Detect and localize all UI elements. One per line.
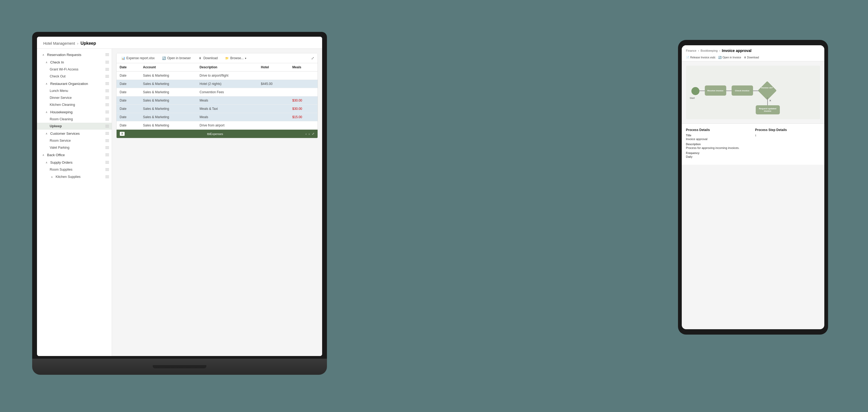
sidebar-item-room-supplies[interactable]: Room Supplies (37, 166, 112, 173)
sidebar-item-upkeep[interactable]: Upkeep (37, 123, 112, 130)
nav-prev-icon[interactable]: ‹ (306, 132, 307, 135)
release-invoice-btn[interactable]: 📄 Release Invoice.vsdc (686, 56, 716, 59)
sidebar-item-check-in[interactable]: ∧ Check In (37, 58, 112, 66)
flow-arrow-2 (726, 91, 732, 91)
sidebar-item-kitchen-cleaning[interactable]: Kitchen Cleaning (37, 101, 112, 108)
sidebar-item-check-out[interactable]: Check Out (37, 73, 112, 80)
sidebar-item-lunch-menu[interactable]: Lunch Menu (37, 87, 112, 94)
check-invoice-label: Check invoice (735, 90, 749, 92)
table-row: Date Sales & Marketing Hotel (2 nights) … (117, 80, 317, 88)
sidebar-item-reservation-requests[interactable]: ∧ Reservation Requests (37, 51, 112, 58)
breadcrumb-parent[interactable]: Hotel Management (43, 41, 75, 45)
cell-hotel (258, 71, 289, 80)
cell-hotel (258, 121, 289, 130)
cell-description: Meals (196, 96, 258, 105)
cell-meals: $15.00 (289, 113, 317, 121)
breadcrumb-current: Upkeep (81, 41, 96, 46)
cell-account: Sales & Marketing (140, 105, 196, 113)
toggle-icon: ∧ (44, 60, 49, 64)
browse-btn[interactable]: 📁 Browse... ▾ (223, 56, 248, 61)
flow-request-updated-node[interactable]: Request updated invoice (756, 105, 780, 115)
tablet-download-btn[interactable]: ⬇ Download (744, 56, 759, 59)
process-description-label: Description (686, 143, 751, 146)
nav-next-icon[interactable]: › (309, 132, 310, 135)
cell-description: Convention Fees (196, 88, 258, 96)
flow-arrow-1 (700, 91, 705, 91)
process-description-value: Process for approving incoming invoices. (686, 146, 751, 150)
file-viewer: 📊 Expense report.xlsx 🔄 Open in browser … (116, 53, 318, 138)
sidebar-label: Customer Services (51, 131, 80, 135)
drag-handle (105, 146, 109, 149)
sidebar-label: Room Cleaning (50, 117, 73, 121)
open-invoice-btn[interactable]: 🔄 Open in Invoice (718, 56, 741, 59)
cell-meals: $30.00 (289, 105, 317, 113)
document-icon: 📄 (686, 56, 689, 59)
cell-date: Date (117, 96, 140, 105)
breadcrumb: Hotel Management › Upkeep (43, 41, 316, 46)
laptop-screen: Hotel Management › Upkeep ∧ Reservation … (37, 37, 322, 356)
flow-start-label: Start (690, 97, 695, 99)
process-step-details-title: Process Step Details (755, 128, 820, 132)
sidebar-label: Restaurant Organization (51, 82, 88, 86)
sidebar-item-dinner-service[interactable]: Dinner Service (37, 94, 112, 101)
filename-label: Expense report.xlsx (126, 56, 155, 60)
open-icon: 🔄 (718, 56, 721, 59)
sidebar-item-customer-services[interactable]: ∧ Customer Services (37, 130, 112, 137)
sidebar-item-valet-parking[interactable]: Valet Parking (37, 144, 112, 151)
drag-handle (105, 176, 109, 178)
cell-description: Drive from airport (196, 121, 258, 130)
tablet-breadcrumb-bookkeeping[interactable]: Bookkeeping (701, 49, 718, 52)
col-description: Description (196, 63, 258, 71)
expand-sheet-icon[interactable]: ⤢ (312, 132, 314, 135)
sidebar-label: Valet Parking (50, 146, 69, 150)
tablet-breadcrumb-finance[interactable]: Finance (686, 49, 696, 52)
excel-icon: 📊 (121, 56, 125, 60)
flow-receive-invoice-node[interactable]: Receive invoice (705, 86, 726, 96)
sidebar-item-back-office[interactable]: ∧ Back Office (37, 151, 112, 159)
chevron-down-icon: ▾ (245, 57, 246, 60)
sheet-label[interactable]: tblExpenses (127, 132, 303, 135)
download-icon: ⬇ (198, 56, 202, 60)
sidebar-item-room-service[interactable]: Room Service (37, 137, 112, 144)
open-browser-btn[interactable]: 🔄 Open in browser (160, 56, 192, 61)
table-row: Date Sales & Marketing Drive to airport/… (117, 71, 317, 80)
cell-description: Drive to airport/flight (196, 71, 258, 80)
info-icon: ℹ (755, 134, 756, 137)
laptop-screen-outer: Hotel Management › Upkeep ∧ Reservation … (32, 32, 327, 359)
cell-date: Date (117, 105, 140, 113)
filename-btn[interactable]: 📊 Expense report.xlsx (120, 56, 156, 61)
cell-date: Date (117, 88, 140, 96)
cell-date: Date (117, 113, 140, 121)
tablet-file-toolbar: 📄 Release Invoice.vsdc 🔄 Open in Invoice… (686, 54, 820, 59)
sidebar-label: Back Office (47, 153, 65, 157)
flow-check-invoice-node[interactable]: Check invoice (732, 86, 753, 96)
cell-hotel: $445.00 (258, 80, 289, 88)
flowchart: Start Receive invoice Check invoice (686, 66, 820, 119)
drag-handle (105, 154, 109, 156)
cell-account: Sales & Marketing (140, 80, 196, 88)
sidebar-item-kitchen-supplies[interactable]: ∧ Kitchen Supplies (37, 173, 112, 181)
cell-account: Sales & Marketing (140, 71, 196, 80)
table-row: Date Sales & Marketing Meals & Taxi $30.… (117, 105, 317, 113)
drag-handle (105, 132, 109, 135)
file-toolbar: 📊 Expense report.xlsx 🔄 Open in browser … (117, 53, 317, 63)
process-title-label: Title (686, 134, 751, 137)
sidebar-item-restaurant-org[interactable]: ∧ Restaurant Organization (37, 80, 112, 87)
drag-handle (105, 75, 109, 78)
sidebar-item-room-cleaning[interactable]: Room Cleaning (37, 116, 112, 123)
process-frequency-value: Daily (686, 155, 751, 158)
drag-handle (105, 103, 109, 106)
sidebar-item-housekeeping[interactable]: ∧ Housekeeping (37, 108, 112, 116)
file-footer: X tblExpenses ‹ › ⤢ (117, 130, 317, 138)
tablet-download-label: Download (747, 56, 759, 59)
sidebar-item-supply-orders[interactable]: ∧ Supply Orders (37, 159, 112, 166)
table-row: Date Sales & Marketing Drive from airpor… (117, 121, 317, 130)
drag-handle (105, 139, 109, 142)
chevron-right-icon: › (719, 49, 720, 52)
download-btn[interactable]: ⬇ Download (197, 56, 219, 61)
sidebar-label: Kitchen Cleaning (50, 103, 75, 106)
sidebar-item-grant-wifi[interactable]: Grant Wi-Fi Access (37, 66, 112, 73)
toggle-icon: ∧ (44, 131, 49, 135)
process-title-value: Invoice approval (686, 137, 751, 140)
expand-btn[interactable]: ⤢ (311, 56, 314, 60)
